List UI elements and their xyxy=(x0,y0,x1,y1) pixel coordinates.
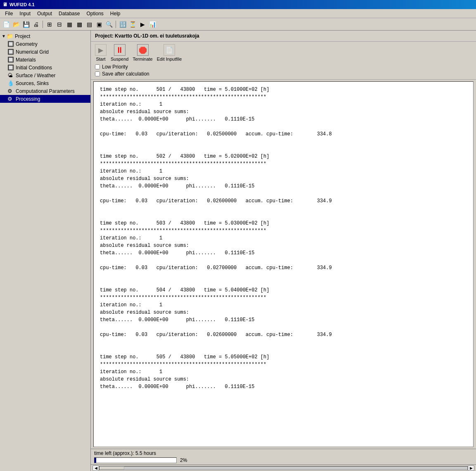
tree-project[interactable]: ▼ 📁 Project xyxy=(0,32,90,40)
sidebar-item-label: Geometry xyxy=(16,41,38,47)
menu-item-help[interactable]: Help xyxy=(107,10,124,17)
h-scrollbar-thumb xyxy=(99,466,124,470)
edit-icon: 📄 xyxy=(163,44,175,56)
progress-label: 2% xyxy=(180,457,187,463)
sidebar-item-initial-conditions[interactable]: 🔲 Initial Conditions xyxy=(0,64,90,71)
time-left-label: time left (approx.): 5.5 hours xyxy=(94,450,473,456)
menu-item-database[interactable]: Database xyxy=(55,10,83,17)
project-label: Project xyxy=(15,33,30,39)
sidebar-item-surface---weather[interactable]: 🌤 Surface / Weather xyxy=(0,71,90,79)
terminate-icon: 🛑 xyxy=(137,44,149,56)
sidebar-item-label: Numerical Grid xyxy=(16,49,49,55)
toolbar-print[interactable]: 🖨 xyxy=(31,20,40,29)
scroll-right-btn[interactable]: ▶ xyxy=(468,465,474,471)
low-priority-checkbox[interactable] xyxy=(95,64,100,69)
main-container: ▼ 📁 Project 🔲 Geometry🔲 Numerical Grid🔲 … xyxy=(0,31,476,471)
save-after-calc-row[interactable]: Save after calculation xyxy=(95,71,472,77)
toolbar-new[interactable]: 📄 xyxy=(2,20,11,29)
sep2 xyxy=(116,21,116,28)
progress-row: 2% xyxy=(94,457,473,463)
save-after-calc-checkbox[interactable] xyxy=(95,71,100,76)
sidebar-item-numerical-grid[interactable]: 🔲 Numerical Grid xyxy=(0,48,90,56)
control-buttons: ▶ Start ⏸ Suspend 🛑 Terminate 📄 Edit Inp… xyxy=(95,44,472,62)
toolbar-save[interactable]: 💾 xyxy=(21,20,31,29)
suspend-icon: ⏸ xyxy=(114,44,126,56)
suspend-button[interactable]: ⏸ Suspend xyxy=(111,44,128,62)
suspend-label: Suspend xyxy=(111,57,128,62)
toolbar-chart[interactable]: 📊 xyxy=(148,20,157,29)
progress-bar-fill xyxy=(95,458,96,463)
terminate-label: Terminate xyxy=(133,57,152,62)
sidebar-icon: 🔲 xyxy=(7,41,14,47)
control-panel: ▶ Start ⏸ Suspend 🛑 Terminate 📄 Edit Inp… xyxy=(91,42,476,80)
sidebar-item-materials[interactable]: 🔲 Materials xyxy=(0,56,90,64)
toolbar: 📄 📂 💾 🖨 ⊞ ⊟ ▦ ▩ ▤ ▣ 🔍 🔢 ⏳ ▶ 📊 xyxy=(0,18,476,31)
toolbar-grid2[interactable]: ⊟ xyxy=(55,20,64,29)
sidebar-item-label: Computational Parameters xyxy=(16,88,75,94)
sidebar-icon: 🔲 xyxy=(7,57,14,63)
toolbar-calc[interactable]: 🔢 xyxy=(118,20,127,29)
checkboxes: Low Priority Save after calculation xyxy=(95,64,472,77)
toolbar-b2[interactable]: ▩ xyxy=(75,20,84,29)
sidebar-icon: 🌤 xyxy=(7,72,14,78)
toolbar-grid[interactable]: ⊞ xyxy=(45,20,54,29)
app-icon: 🖥 xyxy=(2,2,7,7)
sidebar-item-label: Materials xyxy=(16,57,36,63)
menu-item-options[interactable]: Options xyxy=(83,10,107,17)
menu-bar: FileInputOutputDatabaseOptionsHelp xyxy=(0,9,476,18)
edit-inputfile-button[interactable]: 📄 Edit Inputfile xyxy=(157,44,182,62)
start-icon: ▶ xyxy=(95,44,107,56)
toolbar-b4[interactable]: ▣ xyxy=(95,20,104,29)
toolbar-open[interactable]: 📂 xyxy=(12,20,21,29)
status-bar: time left (approx.): 5.5 hours 2% xyxy=(91,449,476,464)
sidebar-icon: 🔲 xyxy=(7,49,14,55)
start-button[interactable]: ▶ Start xyxy=(95,44,107,62)
sidebar-item-label: Initial Conditions xyxy=(16,65,52,71)
menu-item-file[interactable]: File xyxy=(2,10,16,17)
output-area[interactable]: time step no. 501 / 43800 time = 5.01000… xyxy=(93,81,474,447)
sidebar-item-label: Processing xyxy=(16,96,40,102)
sidebar-icon: ⚙ xyxy=(7,96,14,102)
tree-root: ▼ 📁 Project 🔲 Geometry🔲 Numerical Grid🔲 … xyxy=(0,32,90,103)
toolbar-b5[interactable]: 🔍 xyxy=(104,20,114,29)
edit-label: Edit Inputfile xyxy=(157,57,182,62)
menu-item-output[interactable]: Output xyxy=(34,10,55,17)
sidebar-icon: 💧 xyxy=(7,80,14,86)
project-title: Project: Kvartto OL-1D om. ei tuuletusra… xyxy=(95,33,199,39)
sep1 xyxy=(43,21,43,28)
toolbar-play[interactable]: ▶ xyxy=(138,20,147,29)
sidebar-item-processing[interactable]: ⚙ Processing xyxy=(0,95,90,103)
low-priority-label: Low Priority xyxy=(102,64,128,70)
title-bar: 🖥 WUFI2D 4.1 xyxy=(0,0,476,9)
sidebar: ▼ 📁 Project 🔲 Geometry🔲 Numerical Grid🔲 … xyxy=(0,31,91,471)
sidebar-item-label: Sources, Sinks xyxy=(16,80,49,86)
sidebar-item-geometry[interactable]: 🔲 Geometry xyxy=(0,40,90,48)
sidebar-item-computational-parameters[interactable]: ⚙ Computational Parameters xyxy=(0,87,90,95)
toolbar-b1[interactable]: ▦ xyxy=(65,20,74,29)
project-header: Project: Kvartto OL-1D om. ei tuuletusra… xyxy=(91,31,476,42)
project-icon: 📁 xyxy=(7,33,13,39)
progress-bar-container xyxy=(94,457,177,463)
app-title: WUFI2D 4.1 xyxy=(9,2,35,7)
sidebar-item-label: Surface / Weather xyxy=(16,73,56,78)
scroll-area: ◀ ▶ xyxy=(91,464,476,471)
toolbar-b3[interactable]: ▤ xyxy=(85,20,94,29)
start-label: Start xyxy=(96,57,105,62)
sidebar-item-sources--sinks[interactable]: 💧 Sources, Sinks xyxy=(0,79,90,87)
menu-item-input[interactable]: Input xyxy=(16,10,34,17)
low-priority-row[interactable]: Low Priority xyxy=(95,64,472,70)
h-scrollbar[interactable] xyxy=(99,466,468,470)
collapse-icon: ▼ xyxy=(2,34,6,38)
sidebar-icon: 🔲 xyxy=(7,64,14,71)
save-after-calc-label: Save after calculation xyxy=(102,71,149,77)
scroll-left-btn[interactable]: ◀ xyxy=(92,465,99,471)
sidebar-icon: ⚙ xyxy=(7,88,14,94)
content-area: Project: Kvartto OL-1D om. ei tuuletusra… xyxy=(91,31,476,471)
toolbar-hourglass[interactable]: ⏳ xyxy=(128,20,137,29)
terminate-button[interactable]: 🛑 Terminate xyxy=(133,44,152,62)
